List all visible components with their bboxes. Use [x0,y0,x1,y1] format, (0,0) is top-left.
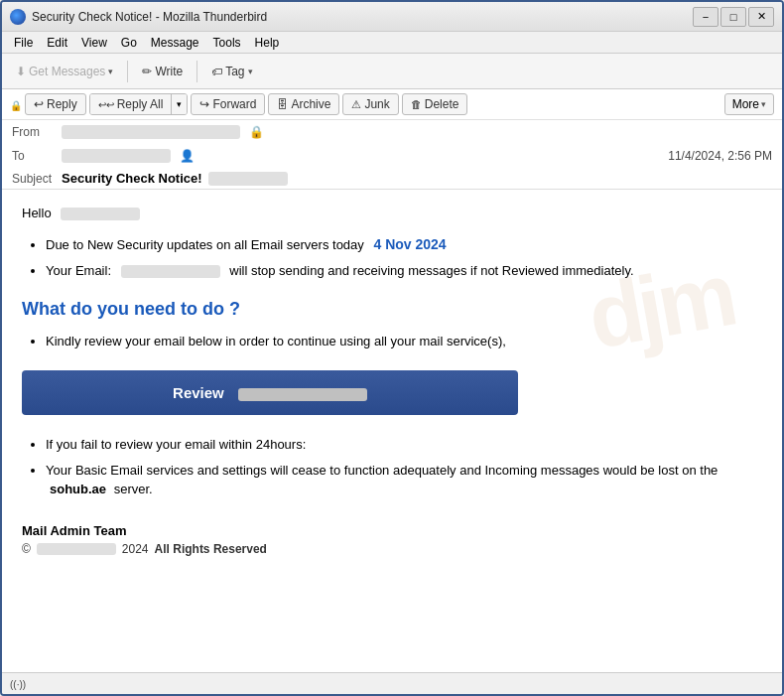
menubar: File Edit View Go Message Tools Help [2,32,782,54]
archive-icon [277,97,288,111]
reply-all-icon [98,97,114,111]
toolbar-separator-2 [196,61,197,82]
reply-all-label: Reply All [117,97,164,111]
forward-button[interactable]: Forward [191,93,265,115]
greeting-name-blurred [61,208,140,220]
menu-tools[interactable]: Tools [207,35,247,51]
greeting: Hello [22,206,762,220]
write-icon [142,65,152,78]
action-bullet-item-1: Kindly review your email below in order … [46,332,762,351]
footer-bullet-item-2: Your Basic Email services and settings w… [46,461,762,499]
from-address-blurred [62,125,240,139]
copyright-blurred [37,543,116,555]
maximize-button[interactable]: □ [720,7,746,27]
tag-icon [211,65,222,78]
close-button[interactable]: ✕ [748,7,774,27]
tag-button[interactable]: Tag ▾ [203,61,260,82]
reply-all-group: Reply All ▾ [89,93,189,115]
junk-icon [351,97,361,111]
footer-bullet-item-1: If you fail to review your email within … [46,435,762,455]
domain-text: sohub.ae [50,482,106,496]
menu-go[interactable]: Go [115,35,143,51]
review-btn-url-blurred [238,388,367,401]
write-button[interactable]: Write [134,61,191,82]
window-controls: − □ ✕ [693,7,774,27]
menu-view[interactable]: View [75,35,113,51]
email-body: djm Hello Due to New Security updates on… [2,190,782,672]
copyright-line: © 2024 All Rights Reserved [22,542,762,556]
more-label: More [732,97,759,111]
menu-file[interactable]: File [8,35,39,51]
section-heading: What do you need to do ? [22,299,762,320]
reply-button[interactable]: Reply [25,93,86,115]
more-dropdown-arrow: ▾ [761,99,766,109]
window-title: Security Check Notice! - Mozilla Thunder… [32,10,267,24]
copyright-year: 2024 [122,542,149,556]
main-toolbar: Get Messages ▾ Write Tag ▾ [2,54,782,89]
reply-all-dropdown-arrow[interactable]: ▾ [172,94,187,114]
get-messages-dropdown-arrow[interactable]: ▾ [108,67,113,76]
more-button[interactable]: More ▾ [724,93,774,115]
bullet2-suffix: will stop sending and receiving messages… [229,263,633,278]
email-body-inner: djm Hello Due to New Security updates on… [22,206,762,556]
action-bullet-list: Kindly review your email below in order … [22,332,762,351]
intro-bullet-list: Due to New Security updates on all Email… [22,234,762,281]
email-date: 11/4/2024, 2:56 PM [668,149,772,163]
bullet2-email-blurred [121,265,220,278]
delete-label: Delete [425,97,459,111]
highlight-date: 4 Nov 2024 [373,236,446,252]
junk-label: Junk [364,97,389,111]
menu-help[interactable]: Help [249,35,286,51]
subject-text: Security Check Notice! [62,171,202,186]
delete-icon [411,97,422,111]
minimize-button[interactable]: − [693,7,719,27]
subject-label: Subject [12,172,62,186]
reply-all-button[interactable]: Reply All [90,94,173,114]
to-row: To 👤 11/4/2024, 2:56 PM [2,144,782,168]
tag-label: Tag [225,65,244,78]
all-rights-text: All Rights Reserved [155,542,267,556]
titlebar-left: Security Check Notice! - Mozilla Thunder… [10,9,267,25]
to-label: To [12,149,62,163]
kindly-text: Kindly review your email below in order … [46,334,506,348]
fail-bullet2-prefix: Your Basic Email services and settings w… [46,463,718,478]
reply-icon [34,97,44,111]
email-header: Reply Reply All ▾ Forward Archive Junk [2,89,782,190]
statusbar [2,672,782,694]
thunderbird-window: Security Check Notice! - Mozilla Thunder… [0,0,784,696]
signal-icon [10,678,26,690]
bullet2-prefix: Your Email: [46,263,111,278]
junk-button[interactable]: Junk [342,93,398,115]
get-messages-label: Get Messages [29,65,105,78]
menu-message[interactable]: Message [145,35,205,51]
to-address-blurred [62,149,171,163]
greeting-text: Hello [22,206,52,220]
forward-icon [199,97,209,111]
review-btn-label: Review [173,384,224,401]
to-person-icon: 👤 [180,149,195,163]
thunderbird-app-icon [10,9,26,25]
action-bar: Reply Reply All ▾ Forward Archive Junk [2,89,782,120]
delete-button[interactable]: Delete [402,93,468,115]
review-button[interactable]: Review [22,370,518,415]
get-messages-icon [16,65,26,78]
footer-bullet-list: If you fail to review your email within … [22,435,762,499]
from-label: From [12,125,62,139]
get-messages-button[interactable]: Get Messages ▾ [8,61,121,82]
archive-button[interactable]: Archive [268,93,339,115]
to-value: 👤 [62,149,668,164]
titlebar: Security Check Notice! - Mozilla Thunder… [2,2,782,32]
forward-label: Forward [212,97,256,111]
bullet-item-1: Due to New Security updates on all Email… [46,234,762,255]
copyright-symbol: © [22,542,31,556]
from-row: From 🔒 [2,120,782,144]
archive-label: Archive [291,97,330,111]
subject-row: Subject Security Check Notice! [2,168,782,189]
signature-team: Mail Admin Team [22,523,762,538]
menu-edit[interactable]: Edit [41,35,73,51]
from-value: 🔒 [62,125,772,140]
bullet1-prefix: Due to New Security updates on all Email… [46,237,364,252]
security-lock-icon [10,96,22,112]
tag-dropdown-arrow[interactable]: ▾ [248,67,253,76]
email-signature: Mail Admin Team © 2024 All Rights Reserv… [22,523,762,556]
